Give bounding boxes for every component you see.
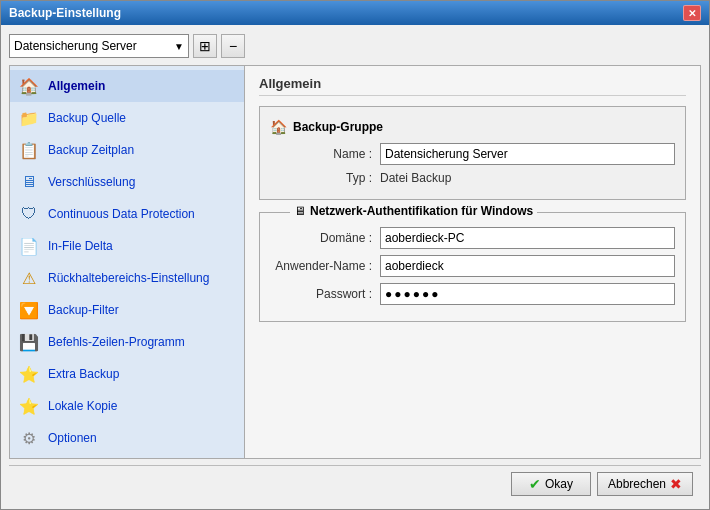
user-label: Anwender-Name :: [270, 259, 380, 273]
sidebar-item-allgemein[interactable]: 🏠 Allgemein: [10, 70, 244, 102]
befehls-icon: 💾: [18, 331, 40, 353]
delta-icon: 📄: [18, 235, 40, 257]
okay-label: Okay: [545, 477, 573, 491]
cancel-icon: ✖: [670, 476, 682, 492]
user-field-row: Anwender-Name :: [270, 255, 675, 277]
sidebar-item-zeitplan[interactable]: 📋 Backup Zeitplan: [10, 134, 244, 166]
okay-icon: ✔: [529, 476, 541, 492]
optionen-icon: ⚙: [18, 427, 40, 449]
sidebar-item-label: Allgemein: [48, 79, 105, 93]
sidebar-item-lokale[interactable]: ⭐ Lokale Kopie: [10, 390, 244, 422]
sidebar-item-cdp[interactable]: 🛡 Continuous Data Protection: [10, 198, 244, 230]
sidebar-item-label: In-File Delta: [48, 239, 113, 253]
sidebar-item-filter[interactable]: 🔽 Backup-Filter: [10, 294, 244, 326]
sidebar-item-delta[interactable]: 📄 In-File Delta: [10, 230, 244, 262]
window-body: Datensicherung Server ▼ ⊞ − 🏠 Allgemein …: [1, 25, 709, 510]
network-title: Netzwerk-Authentifikation für Windows: [310, 204, 533, 218]
minus-icon: −: [229, 38, 237, 54]
domain-label: Domäne :: [270, 231, 380, 245]
sidebar-item-quelle[interactable]: 📁 Backup Quelle: [10, 102, 244, 134]
sidebar-item-label: Optionen: [48, 431, 97, 445]
cdp-icon: 🛡: [18, 203, 40, 225]
dropdown-arrow-icon[interactable]: ▼: [174, 41, 184, 52]
sidebar: 🏠 Allgemein 📁 Backup Quelle 📋 Backup Zei…: [10, 66, 245, 458]
name-input[interactable]: [380, 143, 675, 165]
network-icon: 🖥: [294, 204, 306, 218]
sidebar-item-rueck[interactable]: ⚠ Rückhaltebereichs-Einstellung: [10, 262, 244, 294]
cancel-label: Abbrechen: [608, 477, 666, 491]
password-input[interactable]: [380, 283, 675, 305]
backup-selector[interactable]: Datensicherung Server ▼: [9, 34, 189, 58]
sidebar-item-label: Befehls-Zeilen-Programm: [48, 335, 185, 349]
type-label: Typ :: [270, 171, 380, 185]
extra-icon: ⭐: [18, 363, 40, 385]
backup-gruppe-section: 🏠 Backup-Gruppe Name : Typ : Datei Backu…: [259, 106, 686, 200]
window-controls: ✕: [683, 5, 701, 21]
sidebar-item-label: Backup Quelle: [48, 111, 126, 125]
sidebar-item-verschl[interactable]: 🖥 Verschlüsselung: [10, 166, 244, 198]
sidebar-item-befehls[interactable]: 💾 Befehls-Zeilen-Programm: [10, 326, 244, 358]
password-label: Passwort :: [270, 287, 380, 301]
sidebar-item-extra[interactable]: ⭐ Extra Backup: [10, 358, 244, 390]
minus-icon-button[interactable]: −: [221, 34, 245, 58]
password-field-row: Passwort :: [270, 283, 675, 305]
backup-gruppe-label: Backup-Gruppe: [293, 120, 383, 134]
type-value: Datei Backup: [380, 171, 451, 185]
rueck-icon: ⚠: [18, 267, 40, 289]
sidebar-item-label: Extra Backup: [48, 367, 119, 381]
sidebar-item-label: Continuous Data Protection: [48, 207, 195, 221]
verschl-icon: 🖥: [18, 171, 40, 193]
toolbar: Datensicherung Server ▼ ⊞ −: [9, 33, 701, 59]
footer: ✔ Okay Abbrechen ✖: [9, 465, 701, 502]
domain-field-row: Domäne :: [270, 227, 675, 249]
user-input[interactable]: [380, 255, 675, 277]
content-area: Allgemein 🏠 Backup-Gruppe Name : Typ : D…: [245, 66, 700, 458]
backup-gruppe-icon: 🏠: [270, 119, 287, 135]
cancel-button[interactable]: Abbrechen ✖: [597, 472, 693, 496]
main-content: 🏠 Allgemein 📁 Backup Quelle 📋 Backup Zei…: [9, 65, 701, 459]
sidebar-item-label: Rückhaltebereichs-Einstellung: [48, 271, 209, 285]
main-window: Backup-Einstellung ✕ Datensicherung Serv…: [0, 0, 710, 510]
okay-button[interactable]: ✔ Okay: [511, 472, 591, 496]
sidebar-item-label: Lokale Kopie: [48, 399, 117, 413]
quelle-icon: 📁: [18, 107, 40, 129]
type-field-row: Typ : Datei Backup: [270, 171, 675, 185]
sidebar-item-optionen[interactable]: ⚙ Optionen: [10, 422, 244, 454]
filter-icon: 🔽: [18, 299, 40, 321]
backup-gruppe-title: 🏠 Backup-Gruppe: [270, 119, 675, 135]
network-section-header: 🖥 Netzwerk-Authentifikation für Windows: [290, 204, 537, 218]
name-label: Name :: [270, 147, 380, 161]
sidebar-item-label: Verschlüsselung: [48, 175, 135, 189]
allgemein-icon: 🏠: [18, 75, 40, 97]
title-bar: Backup-Einstellung ✕: [1, 1, 709, 25]
selector-value: Datensicherung Server: [14, 39, 174, 53]
grid-icon: ⊞: [199, 38, 211, 54]
close-button[interactable]: ✕: [683, 5, 701, 21]
name-field-row: Name :: [270, 143, 675, 165]
zeitplan-icon: 📋: [18, 139, 40, 161]
lokale-icon: ⭐: [18, 395, 40, 417]
window-title: Backup-Einstellung: [9, 6, 121, 20]
sidebar-item-label: Backup-Filter: [48, 303, 119, 317]
domain-input[interactable]: [380, 227, 675, 249]
network-auth-section: 🖥 Netzwerk-Authentifikation für Windows …: [259, 212, 686, 322]
sidebar-item-label: Backup Zeitplan: [48, 143, 134, 157]
grid-icon-button[interactable]: ⊞: [193, 34, 217, 58]
content-header: Allgemein: [259, 76, 686, 96]
